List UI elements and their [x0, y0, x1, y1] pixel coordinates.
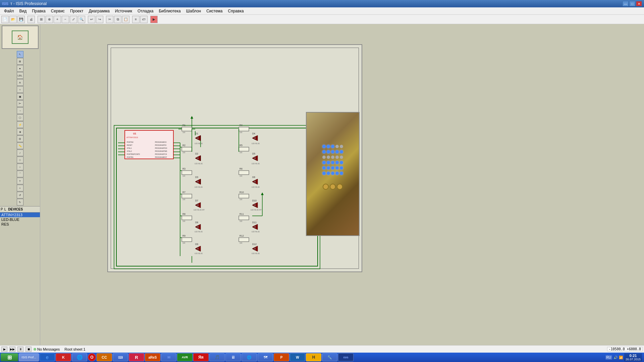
taskbar-avr[interactable]: AVR	[177, 353, 193, 361]
taskbar-opera[interactable]: O	[88, 353, 96, 361]
svg-marker-123	[261, 192, 264, 195]
taskbar-maps[interactable]: 🗺	[258, 353, 273, 361]
taskbar-mail[interactable]: ✉	[161, 353, 176, 361]
svg-text:D6: D6	[252, 176, 255, 178]
taskbar-music[interactable]: 🎵	[209, 353, 225, 361]
left-tools-column: ↖ ⊞ ● LBL A = ▣ ⊢ → ⬡ ⚡ ◈ ⊟ 📏 / □ ○ ⌒ T …	[0, 50, 40, 206]
svg-text:PROGRAMTDI: PROGRAMTDI	[155, 144, 166, 146]
device-item-res[interactable]: RES	[0, 222, 40, 227]
menu-source[interactable]: Источник	[112, 8, 135, 14]
tb-tag[interactable]: 🏷	[140, 16, 148, 23]
port-tool[interactable]: →	[17, 107, 23, 114]
volume-icon[interactable]: 🔊	[613, 356, 618, 359]
svg-text:100: 100	[239, 242, 243, 244]
tb-undo[interactable]: ↩	[88, 16, 95, 23]
bus-tool[interactable]: =	[17, 86, 23, 93]
2d-arc[interactable]: ⌒	[17, 171, 23, 177]
menu-library[interactable]: Библиотека	[156, 8, 183, 14]
taskbar-ppt[interactable]: P	[274, 353, 289, 361]
select-tool[interactable]: ↖	[17, 51, 23, 58]
canvas-area[interactable]: ПРИНЦИПИАЛЬНАЯ СХЕМА U1 ATTINY2313 PORTA…	[40, 24, 644, 353]
generator-tool[interactable]: ⚡	[17, 121, 23, 128]
lang-indicator[interactable]: RU	[605, 355, 612, 360]
label-tool[interactable]: LBL	[17, 72, 23, 79]
svg-text:100: 100	[182, 131, 185, 133]
tb-origin[interactable]: ⊕	[46, 16, 53, 23]
stop-button[interactable]: ⏹	[25, 347, 32, 352]
taskbar-ya[interactable]: Яя	[193, 353, 209, 361]
play-button[interactable]: ▶	[1, 347, 7, 352]
taskbar-isis2[interactable]: ISIS	[338, 353, 354, 361]
taskbar-ccleaner[interactable]: CC	[97, 353, 112, 361]
2d-line[interactable]: /	[17, 149, 23, 156]
2d-box[interactable]: □	[17, 157, 23, 163]
tb-redo[interactable]: ↪	[96, 16, 103, 23]
taskbar-r[interactable]: R	[129, 353, 144, 361]
probe-tool[interactable]: ◈	[17, 128, 23, 135]
rotate-ccw[interactable]: ↺	[17, 192, 23, 198]
menu-view[interactable]: Вид	[17, 8, 30, 14]
2d-text[interactable]: T	[17, 178, 23, 184]
tb-zoomdraw[interactable]: 🔍	[78, 16, 85, 23]
taskbar-isis[interactable]: ISIS Prof...	[19, 353, 39, 361]
menu-project[interactable]: Проект	[67, 8, 86, 14]
taskbar-hdd[interactable]: H	[306, 353, 321, 361]
taskbar-kbd[interactable]: ⌨	[113, 353, 128, 361]
tb-save[interactable]: 💾	[17, 16, 25, 23]
component-tool[interactable]: ⊞	[17, 58, 23, 65]
menu-diagram[interactable]: Диаграмма	[86, 8, 112, 14]
tb-zoomout[interactable]: −	[62, 16, 69, 23]
menu-service[interactable]: Сервис	[48, 8, 67, 14]
menu-file[interactable]: Файл	[1, 8, 17, 14]
tb-new[interactable]: 📄	[1, 16, 9, 23]
taskbar-monitor[interactable]: 🖥	[225, 353, 241, 361]
network-icon[interactable]: 📶	[619, 356, 623, 359]
menu-help[interactable]: Справка	[225, 8, 247, 14]
rotate-cw[interactable]: ↻	[17, 199, 23, 205]
maximize-button[interactable]: □	[629, 1, 635, 6]
taskbar-net[interactable]: 🌐	[241, 353, 257, 361]
menu-debug[interactable]: Отладка	[135, 8, 156, 14]
device-item-led[interactable]: LED-BLUE	[0, 217, 40, 222]
tb-cut[interactable]: ✂	[106, 16, 113, 23]
menu-system[interactable]: Система	[204, 8, 225, 14]
close-button[interactable]: ✕	[636, 1, 642, 6]
terminal-tool[interactable]: ⊢	[17, 100, 23, 107]
tb-open[interactable]: 📂	[9, 16, 17, 23]
2d-symbol[interactable]: ≈	[17, 185, 23, 191]
pause-button[interactable]: ⏸	[17, 347, 23, 352]
device-item-attiny[interactable]: ATTINY2313	[0, 213, 40, 217]
taskbar-chrome[interactable]: 🌐	[72, 353, 87, 361]
svg-point-97	[197, 226, 199, 228]
tape-tool[interactable]: ⊟	[17, 135, 23, 142]
measure-tool[interactable]: 📏	[17, 142, 23, 149]
taskbar-kasper[interactable]: K	[56, 353, 71, 361]
hierarchical-tool[interactable]: ⬡	[17, 114, 23, 121]
device-tab-l[interactable]: L	[4, 207, 6, 211]
tb-align[interactable]: ≡	[132, 16, 140, 23]
clock-date: 26.07.2015	[626, 358, 641, 361]
tb-simulate[interactable]: ▶	[150, 16, 158, 23]
taskbar-ie[interactable]: e	[40, 353, 55, 361]
device-tab-p[interactable]: P	[1, 207, 3, 211]
menu-template[interactable]: Шаблон	[183, 8, 204, 14]
minimize-button[interactable]: —	[623, 1, 629, 6]
tb-zoomin[interactable]: +	[54, 16, 61, 23]
2d-circle[interactable]: ○	[17, 164, 23, 170]
taskbar-ares[interactable]: aReS	[145, 353, 160, 361]
junction-tool[interactable]: ●	[17, 65, 23, 72]
tb-copy[interactable]: ⧉	[114, 16, 121, 23]
text-tool[interactable]: A	[17, 79, 23, 86]
tb-grid[interactable]: ⊞	[38, 16, 45, 23]
taskbar-tools[interactable]: 🔧	[322, 353, 337, 361]
taskbar-word[interactable]: W	[290, 353, 305, 361]
svg-rect-50	[182, 171, 192, 175]
subcircuit-tool[interactable]: ▣	[17, 93, 23, 100]
play-step-button[interactable]: ▶▶	[9, 347, 15, 352]
menu-edit[interactable]: Правка	[29, 8, 48, 14]
start-button[interactable]: ⊞	[1, 353, 18, 361]
clock[interactable]: 0:21 26.07.2015	[624, 353, 642, 361]
tb-paste[interactable]: 📋	[122, 16, 129, 23]
tb-print[interactable]: 🖨	[28, 16, 35, 23]
tb-zoomall[interactable]: ⤢	[70, 16, 77, 23]
